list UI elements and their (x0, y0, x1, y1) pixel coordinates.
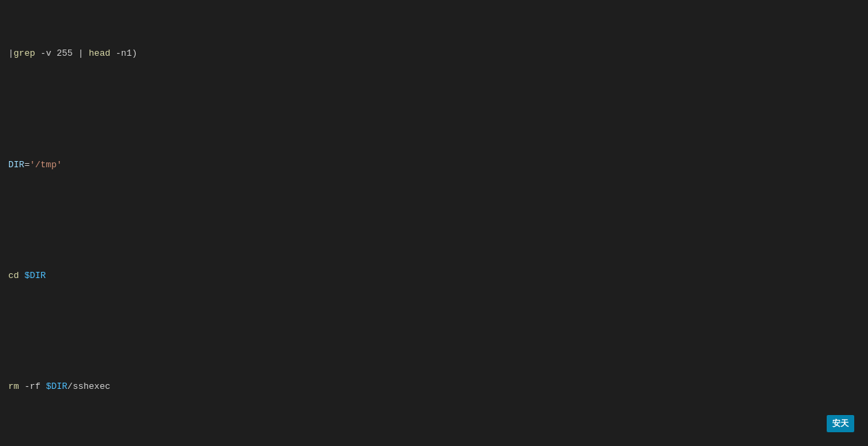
line-1: |grep -v 255 | head -n1) (8, 47, 860, 61)
watermark-badge: 安天 (827, 415, 854, 432)
line-blank-4 (8, 435, 860, 446)
line-blank-1 (8, 103, 860, 116)
line-7: rm -rf $DIR/sshexec (8, 380, 860, 394)
watermark-text: 安天 (832, 418, 849, 428)
line-3: DIR='/tmp' (8, 158, 860, 172)
line-blank-3 (8, 324, 860, 338)
line-5: cd $DIR (8, 269, 860, 283)
line-blank-2 (8, 213, 860, 227)
code-container: |grep -v 255 | head -n1) DIR='/tmp' cd $… (0, 0, 868, 446)
